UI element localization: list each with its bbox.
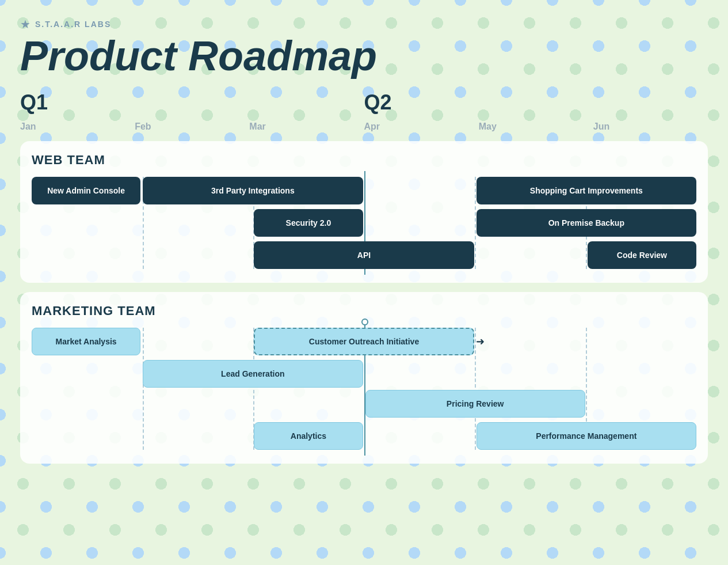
web-team-section: WEB TEAM New Admin Console 3rd Party Int… — [20, 141, 708, 283]
task-shopping-cart[interactable]: Shopping Cart Improvements — [477, 177, 696, 204]
web-row-2: Security 2.0 On Premise Backup — [32, 209, 696, 237]
mkt-row-1: Market Analysis Customer Outreach Initia… — [32, 328, 696, 355]
web-row-3: API Code Review — [32, 241, 696, 269]
task-3rd-party-integrations[interactable]: 3rd Party Integrations — [143, 177, 363, 204]
quarter-q2-label: Q2 — [364, 90, 479, 115]
marketing-team-section: MARKETING TEAM Market Analysis Customer … — [20, 292, 708, 464]
web-row-1: New Admin Console 3rd Party Integrations… — [32, 177, 696, 204]
mkt-row-2: Lead Generation Pricing Review — [32, 360, 696, 418]
brand-name: S.T.A.A.R LABS — [35, 20, 111, 29]
task-customer-outreach[interactable]: Customer Outreach Initiative — [254, 328, 474, 355]
months-header: Jan Feb Mar Apr May Jun — [20, 122, 708, 132]
web-team-title: WEB TEAM — [32, 153, 696, 168]
brand-row: ★ S.T.A.A.R LABS — [20, 17, 708, 31]
marketing-team-title: MARKETING TEAM — [32, 304, 696, 318]
brand-star-icon: ★ — [20, 17, 31, 31]
page-title: Product Roadmap — [20, 33, 708, 79]
task-lead-generation[interactable]: Lead Generation — [143, 360, 363, 388]
month-jan: Jan — [20, 122, 36, 131]
task-performance-management[interactable]: Performance Management — [477, 422, 696, 450]
quarters-header: Q1 Q2 — [20, 90, 708, 117]
task-market-analysis[interactable]: Market Analysis — [32, 328, 140, 355]
month-apr: Apr — [364, 122, 380, 131]
time-line-circle — [361, 318, 368, 325]
task-analytics[interactable]: Analytics — [254, 422, 363, 450]
month-may: May — [479, 122, 497, 131]
move-arrow-icon: ➜ — [476, 335, 485, 348]
quarter-q1-label: Q1 — [20, 90, 135, 115]
task-new-admin-console[interactable]: New Admin Console — [32, 177, 140, 204]
task-customer-outreach-wrapper: Customer Outreach Initiative ➜ — [254, 328, 474, 355]
mkt-row-3: Analytics Performance Management — [32, 422, 696, 450]
month-feb: Feb — [135, 122, 151, 131]
task-security-20[interactable]: Security 2.0 — [254, 209, 363, 237]
month-jun: Jun — [593, 122, 609, 131]
month-mar: Mar — [249, 122, 265, 131]
task-api[interactable]: API — [254, 241, 474, 269]
task-on-premise-backup[interactable]: On Premise Backup — [477, 209, 696, 237]
task-pricing-review[interactable]: Pricing Review — [365, 390, 585, 418]
task-code-review[interactable]: Code Review — [588, 241, 696, 269]
